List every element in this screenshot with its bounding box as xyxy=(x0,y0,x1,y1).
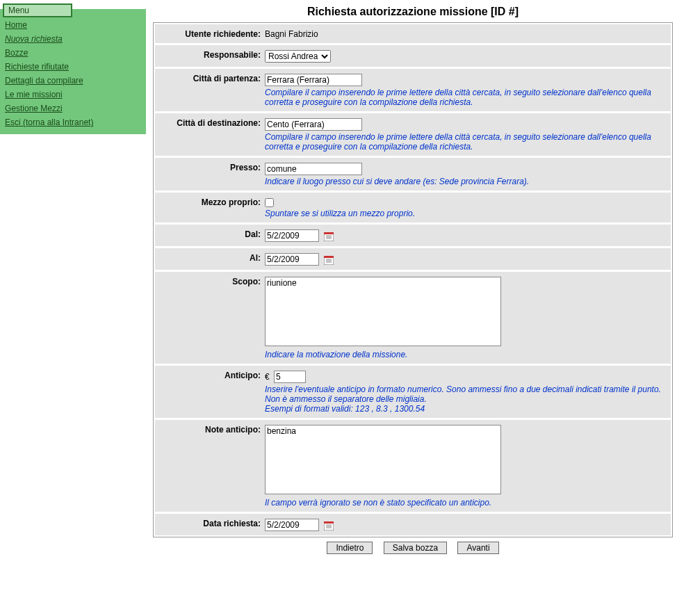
menu-item-esci[interactable]: Esci (torna alla Intranet) xyxy=(5,115,141,129)
label-mezzo: Mezzo proprio: xyxy=(155,197,265,207)
input-destinazione[interactable] xyxy=(265,118,362,131)
hint-mezzo: Spuntare se si utilizza un mezzo proprio… xyxy=(265,209,667,218)
sidebar-title: Menu xyxy=(3,3,72,17)
save-draft-button[interactable]: Salva bozza xyxy=(384,542,447,554)
menu-item-dettagli[interactable]: Dettagli da compilare xyxy=(5,74,141,88)
currency-symbol: € xyxy=(265,372,270,382)
calendar-icon[interactable] xyxy=(324,521,334,530)
label-note: Note anticipo: xyxy=(155,424,265,435)
input-partenza[interactable] xyxy=(265,74,362,86)
page-title: Richiesta autorizzazione missione [ID #] xyxy=(153,0,673,22)
sidebar-menu: Menu Home Nuova richiesta Bozze Richiest… xyxy=(0,9,146,134)
menu-item-gestione-mezzi[interactable]: Gestione Mezzi xyxy=(5,102,141,115)
label-partenza: Città di partenza: xyxy=(155,73,265,83)
textarea-scopo[interactable] xyxy=(265,277,501,346)
svg-rect-1 xyxy=(324,232,334,234)
select-responsabile[interactable]: Rossi Andrea xyxy=(265,50,331,63)
input-al[interactable] xyxy=(265,253,319,266)
label-al: Al: xyxy=(155,252,265,263)
label-anticipo: Anticipo: xyxy=(155,370,265,380)
hint-scopo: Indicare la motivazione della missione. xyxy=(265,350,667,359)
input-dal[interactable] xyxy=(265,229,319,242)
label-responsabile: Responsabile: xyxy=(155,49,265,60)
menu-item-bozze[interactable]: Bozze xyxy=(5,46,141,60)
calendar-icon[interactable] xyxy=(324,256,334,265)
calendar-icon[interactable] xyxy=(324,232,334,241)
label-scopo: Scopo: xyxy=(155,276,265,286)
menu-item-nuova-richiesta[interactable]: Nuova richiesta xyxy=(5,32,141,46)
value-utente: Bagni Fabrizio xyxy=(265,29,667,39)
label-dal: Dal: xyxy=(155,229,265,239)
hint-anticipo: Inserire l'eventuale anticipo in formato… xyxy=(265,384,667,414)
checkbox-mezzo[interactable] xyxy=(265,198,274,207)
menu-item-home[interactable]: Home xyxy=(5,18,141,32)
next-button[interactable]: Avanti xyxy=(457,542,498,554)
button-row: Indietro Salva bozza Avanti xyxy=(153,537,673,558)
menu-item-mie-missioni[interactable]: Le mie missioni xyxy=(5,88,141,102)
svg-rect-11 xyxy=(324,521,334,524)
form-container: Utente richiedente: Bagni Fabrizio Respo… xyxy=(153,22,673,537)
svg-rect-6 xyxy=(324,256,334,258)
back-button[interactable]: Indietro xyxy=(327,542,373,554)
hint-presso: Indicare il luogo presso cui si deve and… xyxy=(265,177,667,186)
label-utente: Utente richiedente: xyxy=(155,29,265,39)
hint-partenza: Compilare il campo inserendo le prime le… xyxy=(265,88,667,107)
textarea-note[interactable] xyxy=(265,425,501,494)
hint-destinazione: Compilare il campo inserendo le prime le… xyxy=(265,132,667,152)
label-presso: Presso: xyxy=(155,162,265,172)
label-data: Data richiesta: xyxy=(155,518,265,528)
hint-note: Il campo verrà ignorato se non è stato s… xyxy=(265,498,667,508)
input-data[interactable] xyxy=(265,519,319,531)
menu-item-richieste-rifiutate[interactable]: Richieste rifiutate xyxy=(5,60,141,74)
input-presso[interactable] xyxy=(265,163,362,175)
input-anticipo[interactable] xyxy=(274,371,306,383)
label-destinazione: Città di destinazione: xyxy=(155,117,265,128)
